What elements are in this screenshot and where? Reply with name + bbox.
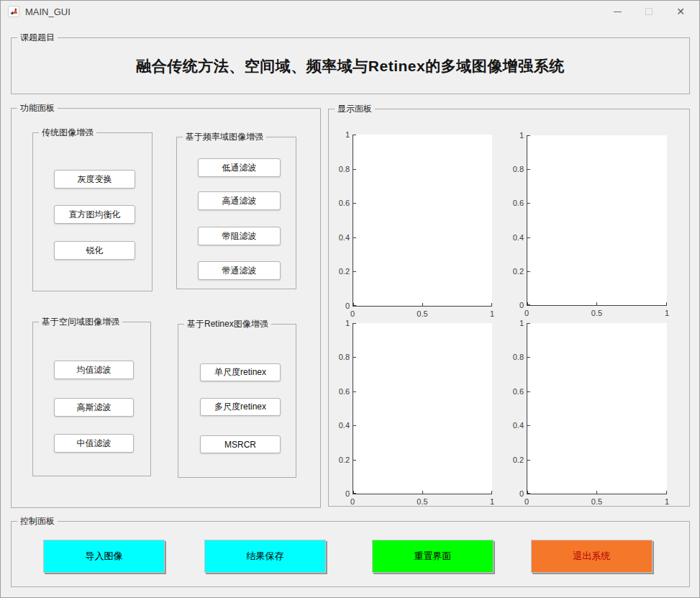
axes-xtick-labels: 00.51	[353, 309, 492, 318]
group-retinex-label: 基于Retinex图像增强	[184, 319, 271, 330]
close-icon: ✕	[676, 6, 685, 17]
reset-ui-button[interactable]: 重置界面	[372, 540, 494, 573]
main-window: MAIN_GUI ✕ 课题题目 融合传统方法、空间域、频率域与Retinex的多…	[0, 0, 700, 598]
axes-ytick-labels: 10.80.60.40.20	[339, 135, 350, 306]
import-image-button[interactable]: 导入图像	[43, 540, 165, 573]
function-panel: 功能面板 传统图像增强 灰度变换 直方图均衡化 锐化 基于频率域图像增强 低通滤…	[11, 108, 321, 508]
titlebar: MAIN_GUI ✕	[1, 1, 699, 22]
msr-button[interactable]: 多尺度retinex	[200, 398, 281, 416]
axes-ytick-labels: 10.80.60.40.20	[339, 323, 350, 494]
ssr-button[interactable]: 单尺度retinex	[200, 363, 281, 381]
group-spatial-enhancement: 基于空间域图像增强 均值滤波 高斯滤波 中值滤波	[32, 322, 151, 476]
minimize-button[interactable]	[601, 1, 633, 22]
bandpass-filter-button[interactable]: 带通滤波	[198, 261, 281, 280]
axes-bottom-left: 10.80.60.40.20 00.51	[353, 323, 492, 494]
group-retinex-enhancement: 基于Retinex图像增强 单尺度retinex 多尺度retinex MSRC…	[178, 324, 296, 478]
maximize-button	[633, 1, 665, 22]
gray-transform-button[interactable]: 灰度变换	[54, 170, 135, 189]
minimize-icon	[614, 12, 622, 12]
group-frequency-label: 基于频率域图像增强	[183, 132, 266, 142]
mean-filter-button[interactable]: 均值滤波	[54, 361, 134, 379]
page-title: 融合传统方法、空间域、频率域与Retinex的多域图像增强系统	[12, 38, 689, 94]
control-panel: 控制面板 导入图像 结果保存 重置界面 退出系统	[11, 521, 690, 587]
group-spatial-label: 基于空间域图像增强	[39, 317, 122, 327]
gaussian-filter-button[interactable]: 高斯滤波	[54, 398, 134, 417]
group-traditional-label: 传统图像增强	[39, 127, 96, 138]
project-title-panel: 课题题目 融合传统方法、空间域、频率域与Retinex的多域图像增强系统	[11, 37, 690, 94]
axes-ytick-labels: 10.80.60.40.20	[513, 135, 524, 305]
axes-xtick-labels: 00.51	[353, 497, 492, 506]
axes-xtick-labels: 00.51	[527, 497, 667, 506]
axes-ytick-labels: 10.80.60.40.20	[513, 323, 524, 494]
display-panel-label: 显示面板	[335, 104, 375, 114]
control-panel-label: 控制面板	[17, 516, 58, 527]
maximize-icon	[645, 8, 653, 15]
msrcr-button[interactable]: MSRCR	[200, 435, 281, 453]
function-panel-label: 功能面板	[17, 103, 58, 114]
display-panel: 显示面板 10.80.60.40.20 00.51 10.80.60.40.20…	[328, 109, 690, 507]
bandstop-filter-button[interactable]: 带阻滤波	[198, 227, 281, 245]
axes-bottom-right: 10.80.60.40.20 00.51	[527, 323, 667, 494]
save-result-button[interactable]: 结果保存	[204, 540, 326, 573]
axes-top-right: 10.80.60.40.20 00.51	[527, 135, 667, 306]
highpass-filter-button[interactable]: 高通滤波	[198, 191, 281, 210]
axes-top-left: 10.80.60.40.20 00.51	[353, 135, 492, 307]
group-traditional-enhancement: 传统图像增强 灰度变换 直方图均衡化 锐化	[32, 132, 153, 291]
group-frequency-enhancement: 基于频率域图像增强 低通滤波 高通滤波 带阻滤波 带通滤波	[176, 137, 296, 289]
sharpen-button[interactable]: 锐化	[54, 241, 135, 260]
axes-xtick-labels: 00.51	[527, 309, 667, 317]
lowpass-filter-button[interactable]: 低通滤波	[198, 158, 281, 177]
close-button[interactable]: ✕	[665, 1, 696, 22]
exit-system-button[interactable]: 退出系统	[531, 540, 653, 573]
matlab-logo-icon	[8, 6, 19, 17]
window-title: MAIN_GUI	[25, 6, 71, 17]
hist-equalize-button[interactable]: 直方图均衡化	[54, 205, 135, 224]
median-filter-button[interactable]: 中值滤波	[54, 434, 134, 453]
